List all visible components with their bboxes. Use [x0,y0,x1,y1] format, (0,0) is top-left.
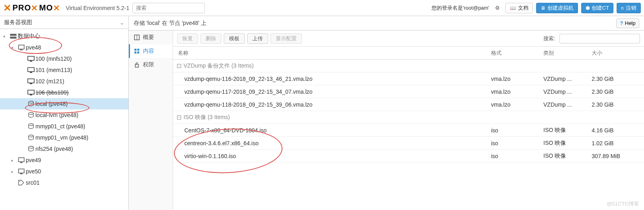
cell-format: iso [491,127,543,134]
sidebar: 服务器视图 ⌄ ▾数据中心▾pve48100 (mnfs120)101 (mem… [0,16,129,210]
main-area: 服务器视图 ⌄ ▾数据中心▾pve48100 (mnfs120)101 (mem… [0,16,644,210]
svg-rect-26 [134,51,136,54]
docs-button[interactable]: 📖文档 [506,3,533,13]
tree-node[interactable]: ▸pve49 [0,154,128,166]
tree-node-label: pve49 [26,157,41,163]
cell-type: VZDump ... [543,89,592,95]
cell-type: ISO 映像 [543,127,592,134]
view-selector-label: 服务器视图 [4,19,32,26]
chevron-down-icon: ⌄ [120,19,124,26]
group-header[interactable]: −VZDump 备份文件 (3 Items) [173,60,644,72]
table-row[interactable]: vzdump-qemu-116-2018_09_22-13_46_21.vma.… [173,72,644,85]
subnav-label: 权限 [143,61,154,68]
col-type-header[interactable]: 类别 [543,49,592,57]
table-row[interactable]: centreon-3.4.6.el7.x86_64.isoisoISO 映像1.… [173,137,644,150]
tree-node[interactable]: local (pve48) [0,98,128,109]
node-icon [17,157,26,163]
view-selector[interactable]: 服务器视图 ⌄ [0,16,128,29]
cell-name: vzdump-qemu-117-2018_09_22-15_34_07.vma.… [173,89,491,95]
tree-node[interactable]: 100 (mnfs120) [0,53,128,64]
group-title: VZDump 备份文件 (3 Items) [184,62,254,70]
restore-button[interactable]: 恢复 [177,33,198,44]
showcfg-button[interactable]: 显示配置 [270,33,302,44]
svg-rect-9 [30,83,32,84]
tree-node[interactable]: ▾pve48 [0,42,128,53]
col-format-header[interactable]: 格式 [491,49,543,57]
content-body: 概要内容权限 恢复 删除 模板 上传 显示配置 搜索: 名称 格式 类别 大小 [129,31,644,210]
tree-node-label: 102 (m121) [35,78,64,84]
tree-node[interactable]: ▸pve50 [0,166,128,177]
svg-rect-5 [30,61,32,62]
tree-node[interactable]: 101 (mem113) [0,64,128,76]
group-title: ISO 映像 (3 Items) [184,114,230,121]
svg-rect-10 [28,90,34,94]
delete-button[interactable]: 删除 [200,33,221,44]
tree-node[interactable]: mmyp01_vm (pve48) [0,132,128,143]
tree-node-label: 数据中心 [18,33,40,40]
template-button[interactable]: 模板 [224,33,245,44]
tree-node-label: 106 (bbs109) [35,89,69,96]
help-button[interactable]: ? Help [616,19,639,28]
svg-point-13 [29,113,33,115]
col-name-header[interactable]: 名称 [173,49,491,57]
svg-rect-18 [20,162,23,163]
cell-type: VZDump ... [543,101,592,108]
storage-icon [27,134,35,141]
content-search-input[interactable] [559,34,640,43]
subnav-item[interactable]: 权限 [129,58,173,72]
cell-size: 2.30 GiB [592,101,644,108]
cell-format: vma.lzo [491,101,543,108]
expand-arrow-icon: ▾ [11,45,17,50]
lock-icon [134,62,140,68]
table-body: −VZDump 备份文件 (3 Items)vzdump-qemu-116-20… [173,60,644,163]
create-vm-button[interactable]: 🖥创建虚拟机 [536,3,578,13]
vm-icon [27,67,35,73]
svg-point-21 [19,181,20,182]
table-row[interactable]: vzdump-qemu-117-2018_09_22-15_34_07.vma.… [173,85,644,98]
tree-node-label: pve48 [26,44,41,51]
subnav-item[interactable]: 概要 [129,31,173,44]
help-icon: ? [620,20,623,26]
cell-format: iso [491,153,543,159]
tree-node-label: mmyp01_ct (pve48) [35,123,85,130]
table-row[interactable]: vzdump-qemu-118-2018_09_22-15_39_06.vma.… [173,98,644,111]
tree-node[interactable]: 102 (m121) [0,76,128,87]
group-header[interactable]: −ISO 映像 (3 Items) [173,111,644,124]
cell-type: ISO 映像 [543,152,592,160]
proxmox-logo: ✕ PRO✕MO✕ [3,2,60,14]
svg-rect-19 [19,169,24,173]
gear-icon[interactable]: ⚙ [493,5,502,11]
tree-node[interactable]: mmyp01_ct (pve48) [0,121,128,132]
table-row[interactable]: virtio-win-0.1.160.isoisoISO 映像307.89 Mi… [173,150,644,163]
create-ct-button[interactable]: ⬢创建CT [581,3,613,13]
expand-arrow-icon: ▸ [11,158,17,163]
node-icon [17,169,26,174]
cell-format: vma.lzo [491,76,543,82]
tree-node[interactable]: nfs254 (pve48) [0,143,128,154]
svg-point-12 [29,101,33,103]
tree-node[interactable]: 106 (bbs109) [0,87,128,98]
logo-x-icon: ✕ [3,2,12,14]
global-search[interactable] [132,3,205,13]
tree-node-label: mmyp01_vm (pve48) [35,134,89,141]
tree-node[interactable]: ▾数据中心 [0,31,128,42]
vm-icon [27,56,35,62]
subnav-item[interactable]: 内容 [129,44,173,58]
collapse-icon: − [177,115,181,119]
svg-rect-8 [28,79,34,83]
svg-rect-7 [30,72,32,73]
upload-button[interactable]: 上传 [247,33,268,44]
tree-node[interactable]: src01 [0,177,128,188]
tree-node-label: nfs254 (pve48) [35,146,73,152]
logout-button[interactable]: ⎋注销 [617,3,641,13]
global-search-input[interactable] [132,3,205,13]
svg-rect-17 [19,158,24,162]
table-row[interactable]: CentOS-7-x86_64-DVD-1804.isoisoISO 映像4.1… [173,124,644,137]
svg-rect-25 [137,49,139,51]
logo-text-mid: MO [39,3,53,12]
cell-size: 1.02 GiB [592,140,644,146]
collapse-icon: − [177,64,181,68]
cube-icon: ⬢ [586,5,590,11]
col-size-header[interactable]: 大小 [592,49,644,57]
tree-node[interactable]: local-lvm (pve48) [0,109,128,121]
